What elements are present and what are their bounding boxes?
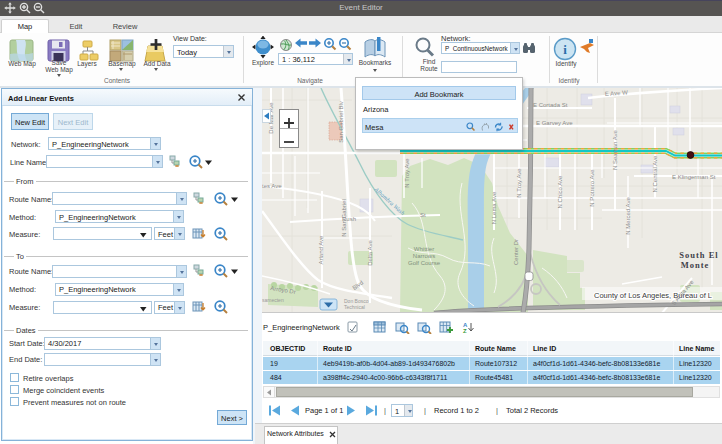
svg-text:Arland Ave: Arland Ave xyxy=(318,235,324,265)
svg-text:Delta Ave: Delta Ave xyxy=(367,240,373,266)
svg-text:Technical: Technical xyxy=(344,304,365,310)
svg-text:N Troy Ave: N Troy Ave xyxy=(516,168,522,198)
svg-text:Narrows: Narrows xyxy=(413,253,435,259)
svg-text:tes Ave: tes Ave xyxy=(262,183,282,189)
svg-text:E Cortada St: E Cortada St xyxy=(533,102,568,108)
svg-text:N Chico Ave: N Chico Ave xyxy=(557,175,563,209)
svg-text:N Troy Ave: N Troy Ave xyxy=(404,158,410,188)
svg-text:N Central Ave: N Central Ave xyxy=(652,155,658,193)
svg-text:County of Los Angeles, Bureau: County of Los Angeles, Bureau of L xyxy=(594,291,712,300)
svg-text:N Potrero Ave: N Potrero Ave xyxy=(589,169,595,207)
svg-text:South El: South El xyxy=(679,250,718,260)
svg-text:Golf Course: Golf Course xyxy=(408,260,441,266)
svg-text:samecten: samecten xyxy=(262,297,284,303)
svg-text:Z: Z xyxy=(463,328,467,334)
svg-text:Center Dr: Center Dr xyxy=(513,239,519,265)
svg-text:N Lema Ave: N Lema Ave xyxy=(491,191,497,224)
svg-text:E Klingerman St: E Klingerman St xyxy=(672,174,716,180)
svg-text:San Gabriel Blv: San Gabriel Blv xyxy=(338,101,344,143)
svg-text:St: St xyxy=(420,212,426,218)
svg-text:Whittier: Whittier xyxy=(414,246,434,252)
svg-text:N Merced Ave: N Merced Ave xyxy=(625,197,631,235)
svg-text:E Garvey Ave: E Garvey Ave xyxy=(536,120,573,126)
svg-text:Monte: Monte xyxy=(681,260,710,270)
svg-text:i: i xyxy=(563,42,567,57)
svg-text:N Seaman Ave: N Seaman Ave xyxy=(612,129,618,170)
svg-text:N San Gabriel: N San Gabriel xyxy=(341,199,347,237)
